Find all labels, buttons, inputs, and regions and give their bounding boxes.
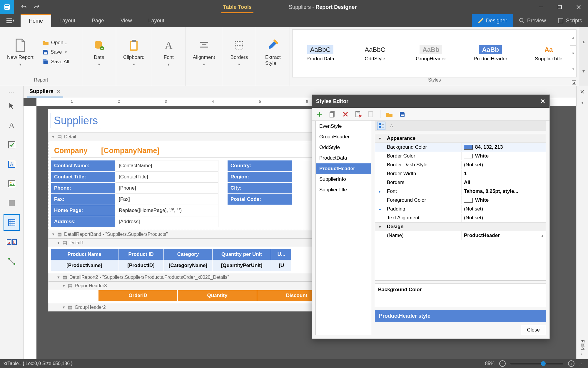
ribbon-tab-page[interactable]: Page	[83, 14, 112, 27]
table-cell[interactable]: [CategoryName]	[164, 260, 212, 271]
table-cell[interactable]: [ProductID]	[118, 260, 164, 271]
style-gallery-item[interactable]: AaBbGroupHeader	[416, 45, 446, 62]
save-styles-button[interactable]	[398, 110, 406, 118]
app-icon[interactable]	[0, 0, 14, 14]
table-header[interactable]: Category	[164, 249, 212, 260]
undo-button[interactable]	[19, 2, 29, 12]
field-list-tab[interactable]: Field ...	[578, 336, 587, 359]
table-header[interactable]: OrderID	[98, 290, 178, 301]
table-cell[interactable]: [QuantityPerUnit]	[212, 260, 271, 271]
tool-character-comb[interactable]: ab	[4, 234, 20, 250]
delete-style-button[interactable]	[341, 110, 350, 118]
band-detail1[interactable]: ▼▤ Detail1	[48, 238, 354, 247]
open-button[interactable]: Open...	[40, 39, 71, 47]
ribbon-tab-layout[interactable]: Layout	[51, 14, 83, 27]
tool-label[interactable]: A	[4, 117, 20, 134]
table-cell[interactable]: [U	[271, 260, 292, 271]
style-list-item[interactable]: ProductData	[316, 153, 371, 163]
info-value[interactable]: Replace([HomePage], '#', ' ')	[116, 205, 218, 216]
ribbon-tab-table-layout[interactable]: Layout	[140, 14, 173, 27]
style-list-item[interactable]: GroupHeader	[316, 132, 371, 142]
company-row[interactable]: Company [CompanyName]	[51, 144, 351, 158]
band-detail[interactable]: ▼▤ Detail	[48, 132, 354, 141]
resize-grip-icon[interactable]: ⋰	[579, 361, 584, 367]
add-style-button[interactable]	[315, 110, 324, 118]
info-label[interactable]: Contact Name:	[51, 160, 116, 171]
table-header[interactable]: Product Name	[51, 249, 118, 260]
info-label[interactable]: City:	[227, 183, 292, 194]
info-value[interactable]: [Fax]	[116, 194, 218, 205]
gallery-expand[interactable]: ▾	[570, 61, 576, 77]
info-label[interactable]: Postal Code:	[227, 194, 292, 205]
info-label[interactable]: Country:	[227, 160, 292, 171]
zoom-slider[interactable]	[510, 363, 563, 364]
info-label[interactable]: Address:	[51, 216, 116, 227]
save-button[interactable]: Save ▼	[40, 48, 71, 56]
minimize-button[interactable]	[532, 0, 550, 14]
style-list-item[interactable]: ProductHeader	[316, 163, 371, 174]
propgrid-alphabetical[interactable]: A↓	[388, 122, 397, 130]
info-label[interactable]: Region:	[227, 171, 292, 183]
gallery-scroll-up[interactable]: ▲	[570, 30, 576, 46]
gallery-scroll-down[interactable]: ▼	[570, 46, 576, 62]
styles-list[interactable]: EvenStyleGroupHeaderOddStyleProductDataP…	[315, 121, 371, 335]
dialog-close-footer-button[interactable]: Close	[521, 325, 546, 335]
style-list-item[interactable]: SupplierTitle	[316, 185, 371, 195]
band-groupheader2[interactable]: ▼▤ GroupHeader2	[48, 303, 354, 311]
mode-scripts[interactable]: Scripts	[552, 14, 588, 27]
info-label[interactable]: Phone:	[51, 183, 116, 194]
maximize-button[interactable]	[550, 0, 569, 14]
ribbon-tab-home[interactable]: Home	[21, 14, 51, 27]
band-reportheader3[interactable]: ▼▤ ReportHeader3	[48, 281, 354, 290]
tool-pointer[interactable]	[4, 98, 20, 114]
info-value[interactable]: [Phone]	[116, 183, 218, 194]
report-page[interactable]: Suppliers ▼▤ Detail Company [CompanyName…	[48, 109, 354, 311]
context-tab-label[interactable]: Table Tools	[221, 1, 253, 13]
style-list-item[interactable]: EvenStyle	[316, 121, 371, 132]
style-gallery-item[interactable]: AaBbProductHeader	[474, 45, 507, 62]
borders-button[interactable]: Borders▼	[226, 30, 252, 74]
toolbox-opts-icon[interactable]: ⋯	[8, 89, 15, 95]
mode-preview[interactable]: Preview	[513, 14, 552, 27]
data-button[interactable]: Data▼	[86, 30, 112, 74]
propgrid-categorized[interactable]	[377, 122, 385, 130]
ribbon-scroll-up[interactable]: ▴	[579, 27, 588, 57]
clone-style-button[interactable]	[328, 110, 337, 118]
table-header[interactable]: U...	[271, 249, 292, 260]
tool-table[interactable]	[4, 214, 20, 231]
style-gallery-item[interactable]: AaBbCProductData	[306, 45, 334, 62]
purge-styles-button[interactable]	[354, 110, 363, 118]
ribbon-scroll-down[interactable]: ▾	[579, 57, 588, 86]
property-grid[interactable]: ▾Appearance Background Color84, 132, 213…	[375, 134, 546, 281]
tool-picturebox[interactable]	[4, 175, 20, 192]
clipboard-button[interactable]: Clipboard▼	[120, 30, 148, 74]
alignment-button[interactable]: Alignment▼	[189, 30, 219, 74]
tool-panel[interactable]	[4, 195, 20, 211]
table-cell[interactable]: [ProductName]	[51, 260, 118, 271]
extract-style-button[interactable]: Extract Style	[260, 30, 286, 74]
style-gallery-item[interactable]: AaBbCOddStyle	[362, 45, 388, 62]
info-label[interactable]: Contact Title:	[51, 171, 116, 183]
close-tab-icon[interactable]: ✕	[56, 88, 61, 95]
tool-checkbox[interactable]	[4, 137, 20, 153]
vertical-ruler[interactable]	[24, 106, 36, 359]
info-label[interactable]: Home Page:	[51, 205, 116, 216]
table-header[interactable]: Quantity per Unit	[212, 249, 271, 260]
band-detailreport2[interactable]: ▼▤ DetailReport2 - "Suppliers.SuppliersP…	[48, 273, 354, 281]
band-detailreport[interactable]: ▼▤ DetailReportBand - "Suppliers.Supplie…	[48, 230, 354, 238]
close-window-button[interactable]	[569, 0, 588, 14]
info-label[interactable]: Fax:	[51, 194, 116, 205]
style-list-item[interactable]: SupplierInfo	[316, 174, 371, 185]
products-table[interactable]: Product NameProduct IDCategoryQuantity p…	[51, 249, 352, 271]
table-header[interactable]: Quantity	[178, 290, 257, 301]
ribbon-tab-view[interactable]: View	[112, 14, 140, 27]
font-button[interactable]: AFont▼	[156, 30, 182, 74]
info-value[interactable]: [ContactTitle]	[116, 171, 218, 183]
table-header[interactable]: Product ID	[118, 249, 164, 260]
tool-line[interactable]	[4, 253, 20, 270]
new-report-button[interactable]: New Report▼	[4, 30, 37, 74]
tool-richtext[interactable]: A	[4, 156, 20, 173]
load-styles-button[interactable]	[385, 110, 393, 118]
redo-button[interactable]	[32, 2, 42, 12]
mode-designer[interactable]: Designer	[472, 14, 513, 27]
